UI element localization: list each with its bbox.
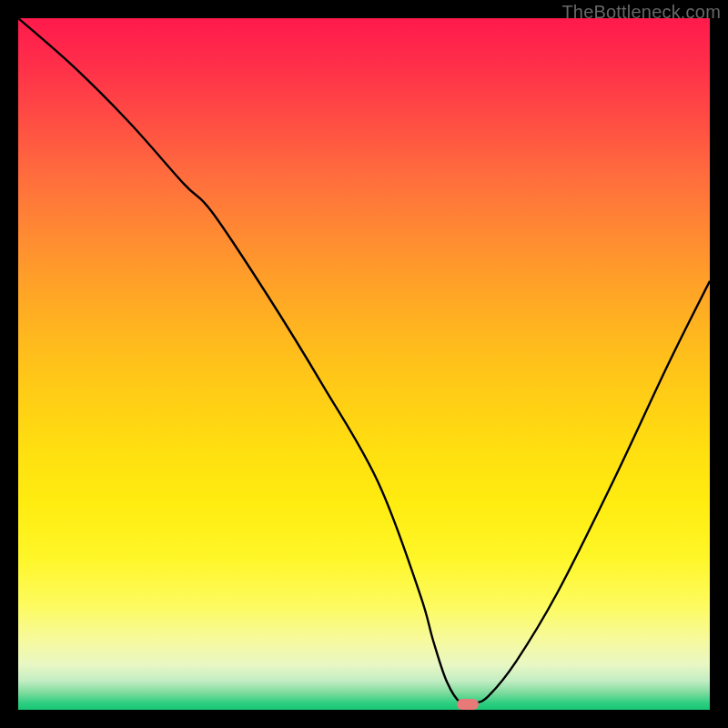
watermark-text: TheBottleneck.com: [561, 2, 721, 23]
gradient-background: [18, 18, 710, 710]
chart-svg: [18, 18, 710, 710]
plot-area: [18, 18, 710, 710]
optimal-marker: [457, 699, 479, 710]
chart-container: TheBottleneck.com: [0, 0, 728, 728]
